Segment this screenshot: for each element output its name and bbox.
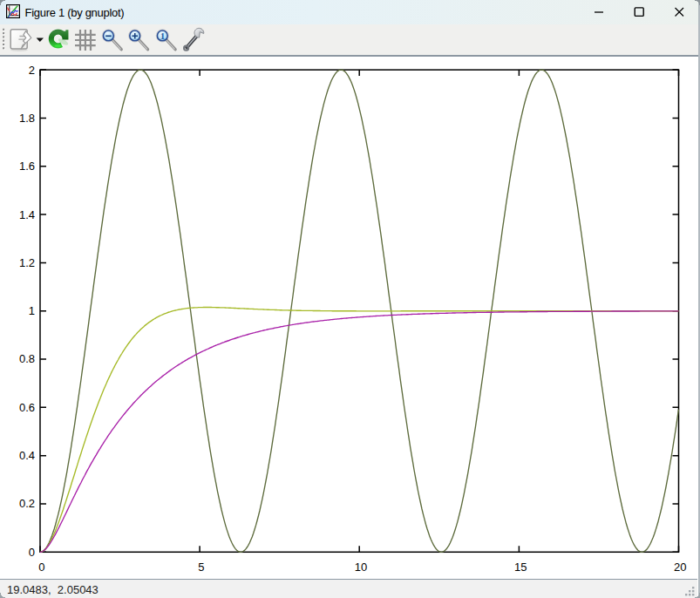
svg-text:0.8: 0.8: [19, 352, 35, 365]
svg-text:1.6: 1.6: [19, 160, 35, 173]
svg-text:0.6: 0.6: [19, 400, 35, 413]
svg-text:1: 1: [29, 304, 35, 317]
svg-text:15: 15: [514, 560, 527, 573]
svg-text:10: 10: [355, 560, 367, 573]
svg-text:0.4: 0.4: [19, 449, 35, 462]
svg-text:1.8: 1.8: [19, 111, 35, 124]
svg-text:0.2: 0.2: [19, 497, 35, 510]
svg-text:0: 0: [29, 545, 35, 558]
svg-text:1.4: 1.4: [19, 207, 35, 221]
svg-text:1: 1: [160, 31, 166, 41]
svg-text:5: 5: [198, 560, 204, 573]
svg-text:1.2: 1.2: [19, 255, 35, 268]
svg-text:0: 0: [38, 560, 44, 573]
svg-text:2: 2: [29, 63, 35, 76]
svg-text:20: 20: [674, 560, 686, 573]
